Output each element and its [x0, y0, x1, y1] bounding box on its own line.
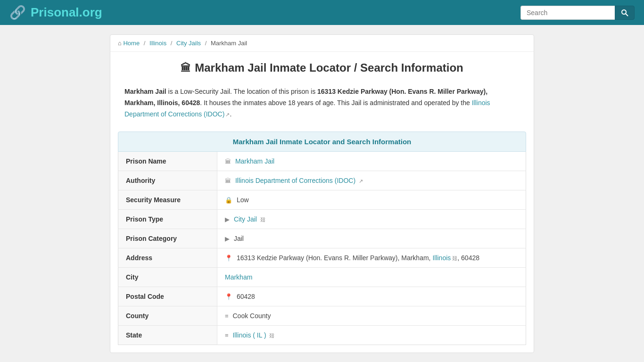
table-value: 🏛 Markham Jail	[217, 152, 526, 171]
flag-icon: ≡	[225, 313, 229, 320]
category-value: Jail	[234, 235, 244, 242]
chain-icon2: ⛓	[452, 255, 457, 261]
table-value: 📍 16313 Kedzie Parkway (Hon. Evans R. Mi…	[217, 248, 526, 268]
address-state-link[interactable]: Illinois	[432, 254, 451, 262]
title-icon: 🏛	[181, 62, 191, 74]
building-icon: 🏛	[225, 158, 231, 165]
description-end: .	[230, 110, 231, 118]
state-link[interactable]: Illinois ( IL )	[232, 331, 266, 339]
prison-type-link[interactable]: City Jail	[234, 215, 257, 223]
home-icon: ⌂	[118, 40, 122, 47]
main-content: ⌂ Home / Illinois / City Jails / Markham…	[110, 34, 534, 353]
table-value: Markham	[217, 268, 526, 287]
logo-icon: 🔗	[9, 5, 26, 20]
table-row: City Markham	[118, 268, 526, 287]
table-row: Security Measure 🔒 Low	[118, 190, 526, 210]
table-row: County ≡ Cook County	[118, 306, 526, 326]
ext-icon: ↗	[359, 178, 363, 184]
logo-area[interactable]: 🔗 Prisonal.org	[9, 5, 102, 20]
table-value: ▶ Jail	[217, 229, 526, 248]
state-flag-icon: ≡	[225, 332, 229, 339]
search-button[interactable]	[615, 6, 635, 20]
table-value: 🏛 Illinois Department of Corrections (ID…	[217, 171, 526, 190]
pin-icon: 📍	[225, 255, 232, 262]
table-label: Prison Name	[118, 152, 217, 171]
table-label: State	[118, 326, 217, 345]
breadcrumb-illinois[interactable]: Illinois	[149, 40, 166, 47]
security-value: Low	[237, 196, 249, 204]
address-post: , 60428	[457, 254, 479, 262]
table-row: Postal Code 📍 60428	[118, 287, 526, 306]
table-value: 📍 60428	[217, 287, 526, 306]
logo-tld: .org	[79, 5, 102, 19]
table-row: Authority 🏛 Illinois Department of Corre…	[118, 171, 526, 190]
bank-icon: 🏛	[225, 177, 231, 184]
info-table: Prison Name 🏛 Markham Jail Authority 🏛 I…	[118, 152, 526, 345]
table-label: Security Measure	[118, 190, 217, 210]
chain-icon: ⛓	[260, 217, 265, 222]
description-jail-name: Markham Jail	[124, 88, 166, 95]
table-label: City	[118, 268, 217, 287]
table-row: Prison Type ▶ City Jail ⛓	[118, 210, 526, 229]
table-label: Postal Code	[118, 287, 217, 306]
county-value: Cook County	[232, 312, 271, 320]
breadcrumb-sep3: /	[205, 40, 207, 47]
info-table-section: Markham Jail Inmate Locator and Search I…	[110, 132, 534, 353]
table-value: ≡ Illinois ( IL ) ⛓	[217, 326, 526, 345]
table-row: Address 📍 16313 Kedzie Parkway (Hon. Eva…	[118, 248, 526, 268]
header: 🔗 Prisonal.org	[0, 0, 644, 25]
breadcrumb-home[interactable]: Home	[123, 40, 140, 47]
search-input[interactable]	[520, 6, 615, 20]
page-title: 🏛Markham Jail Inmate Locator / Search In…	[124, 61, 520, 74]
table-label: County	[118, 306, 217, 326]
search-icon	[621, 9, 628, 16]
prison-name-link[interactable]: Markham Jail	[235, 157, 274, 165]
table-label: Address	[118, 248, 217, 268]
description-mid: . It houses the inmates above 18 years o…	[200, 99, 471, 107]
table-row: State ≡ Illinois ( IL ) ⛓	[118, 326, 526, 345]
info-table-header: Markham Jail Inmate Locator and Search I…	[118, 132, 526, 152]
logo-text: Prisonal.org	[31, 5, 102, 20]
breadcrumb-sep1: /	[144, 40, 146, 47]
breadcrumb-city-jails[interactable]: City Jails	[176, 40, 201, 47]
location-icon: ▶	[225, 216, 230, 223]
state-chain-icon: ⛓	[269, 333, 274, 338]
table-value: 🔒 Low	[217, 190, 526, 210]
table-row: Prison Name 🏛 Markham Jail	[118, 152, 526, 171]
svg-line-1	[626, 14, 628, 16]
lock-icon: 🔒	[225, 197, 232, 204]
description: Markham Jail is a Low-Security Jail. The…	[110, 79, 534, 132]
postal-value: 60428	[237, 293, 255, 300]
table-value: ▶ City Jail ⛓	[217, 210, 526, 229]
breadcrumb-sep2: /	[171, 40, 173, 47]
logo-primary: Prisonal	[31, 5, 79, 19]
address-pre: 16313 Kedzie Parkway (Hon. Evans R. Mill…	[237, 254, 432, 262]
postal-icon: 📍	[225, 293, 232, 300]
page-title-section: 🏛Markham Jail Inmate Locator / Search In…	[110, 52, 534, 79]
city-link[interactable]: Markham	[225, 273, 252, 281]
category-icon: ▶	[225, 235, 230, 242]
authority-link[interactable]: Illinois Department of Corrections (IDOC…	[235, 177, 355, 184]
search-area	[520, 6, 635, 20]
table-label: Prison Type	[118, 210, 217, 229]
table-value: ≡ Cook County	[217, 306, 526, 326]
description-intro: is a Low-Security Jail. The location of …	[166, 88, 317, 95]
table-row: Prison Category ▶ Jail	[118, 229, 526, 248]
table-label: Authority	[118, 171, 217, 190]
table-label: Prison Category	[118, 229, 217, 248]
breadcrumb: ⌂ Home / Illinois / City Jails / Markham…	[110, 35, 534, 52]
breadcrumb-current: Markham Jail	[211, 40, 247, 47]
svg-point-0	[622, 10, 626, 14]
